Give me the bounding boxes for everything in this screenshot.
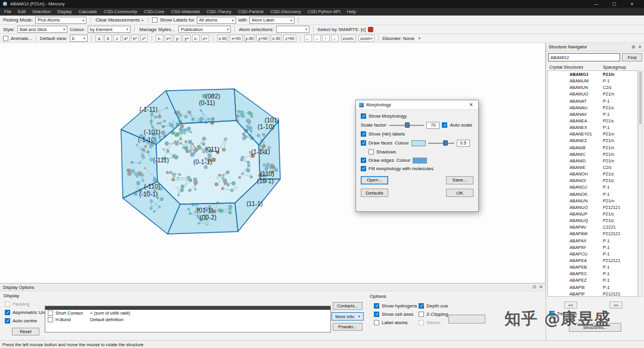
contact-checkbox[interactable] [48, 317, 53, 322]
structure-row[interactable]: ABANAVP-1 [548, 111, 637, 118]
show-hkl-checkbox[interactable] [361, 131, 366, 137]
spacegroup-column-header[interactable]: Spacegroup [603, 64, 626, 70]
structure-row[interactable]: ABANOJP-1 [548, 184, 637, 190]
label-target-select[interactable]: All atoms▾ [197, 17, 236, 24]
maximize-icon[interactable]: ▢ [605, 2, 623, 7]
structure-row[interactable]: ABANUNP21/n [548, 198, 637, 204]
arrow-button[interactable]: ↑ [322, 35, 330, 42]
packing-checkbox[interactable] [5, 301, 10, 307]
menu-item[interactable]: CSD-Theory [206, 9, 231, 14]
close-panel-icon[interactable]: ✕ [539, 285, 543, 290]
dialog-title-bar[interactable]: Morphology ✕ [356, 100, 478, 110]
axis-view-button[interactable]: a [95, 35, 103, 42]
menu-item[interactable]: Selection [32, 9, 51, 14]
smarts-icon[interactable] [368, 27, 373, 32]
zoom-out-button[interactable]: zoom- [341, 35, 356, 42]
structure-row[interactable]: ABAPAWP212121 [548, 230, 637, 237]
structure-row[interactable]: ABANUQP21/c [548, 217, 637, 224]
powder-button[interactable]: Powder... [333, 323, 363, 331]
faces-colour-swatch[interactable] [411, 140, 426, 146]
structure-row[interactable]: ABANEY01P21/n [548, 131, 637, 137]
menu-item[interactable]: CSD-Community [104, 9, 137, 14]
contact-checkbox[interactable] [48, 310, 53, 316]
structure-row[interactable]: ABANOIP21/c [548, 177, 637, 184]
slider-handle[interactable] [443, 140, 448, 146]
menu-item[interactable]: File [4, 9, 11, 14]
structure-row[interactable]: ABAMUOP21/n [548, 91, 637, 97]
defaults-button[interactable]: Defaults [361, 189, 388, 197]
translate-button[interactable]: x- [156, 35, 163, 42]
dialog-close-icon[interactable]: ✕ [467, 102, 475, 107]
close-icon[interactable]: ✕ [623, 2, 641, 7]
menu-item[interactable]: CSD-Particle [238, 9, 264, 14]
stereo-checkbox[interactable] [419, 320, 424, 325]
colour-select[interactable]: by Element▾ [88, 26, 131, 33]
structure-row[interactable]: ABANUPP21/c [548, 211, 637, 217]
structure-row[interactable]: ABAPEBP-1 [548, 264, 637, 270]
structure-row[interactable]: ABANICP21/n [548, 151, 637, 158]
translate-button[interactable]: y- [174, 35, 181, 42]
rotate-button[interactable]: x-90 [217, 35, 229, 42]
axis-view-button[interactable]: c* [140, 35, 148, 42]
page-next-button[interactable]: >> [609, 301, 623, 309]
close-panel-icon[interactable]: ✕ [638, 45, 642, 50]
rotate-button[interactable]: x+90 [230, 35, 242, 42]
fill-morphology-checkbox[interactable] [361, 166, 366, 171]
axis-view-button[interactable]: a* [122, 35, 130, 42]
clear-measurements-button[interactable]: Clear Measurements▾ [94, 17, 144, 23]
find-button[interactable]: Find [622, 53, 642, 61]
minimize-icon[interactable]: — [587, 2, 605, 7]
structure-row[interactable]: ABANOKP-1 [548, 191, 637, 198]
structure-row[interactable]: ABAPEAP212121 [548, 257, 637, 264]
structure-row[interactable]: ABAMUMP-1 [548, 78, 637, 84]
open-button[interactable]: Open... [361, 176, 388, 184]
translate-button[interactable]: z- [192, 35, 200, 42]
save-button[interactable]: Save... [446, 176, 473, 184]
more-info-button[interactable]: More Info▾ [332, 312, 364, 321]
structure-row[interactable]: ABANEZP21/n [548, 137, 637, 144]
float-panel-icon[interactable]: ⊞ [631, 45, 635, 50]
structure-row[interactable]: ABANOHP21/c [548, 171, 637, 177]
structure-row[interactable]: ABAPCUP-1 [548, 251, 637, 257]
contact-list[interactable]: Short Contact< (sum of vdW radii)H-BondD… [45, 306, 331, 332]
manage-styles-button[interactable]: Manage Styles... [138, 27, 177, 32]
structure-row[interactable]: ABANEAP21/c [548, 118, 637, 124]
structure-row[interactable]: ABAPAXP-1 [548, 238, 637, 244]
structure-row[interactable]: ABAPEZP-1 [548, 277, 637, 284]
depth-cue-checkbox[interactable] [419, 303, 424, 309]
dock-panel-icon[interactable]: ⊡ [532, 285, 536, 290]
structure-row[interactable]: ABAPIEP-1 [548, 284, 637, 291]
style-preset-select[interactable]: Publication▾ [178, 26, 231, 33]
edges-colour-swatch[interactable] [413, 158, 427, 164]
contact-row[interactable]: H-BondDefault definition [45, 316, 330, 323]
structure-search-input[interactable]: ABAMOJ [548, 53, 620, 61]
auto-scale-checkbox[interactable] [442, 122, 447, 128]
translate-button[interactable]: x+ [165, 35, 173, 42]
ok-button[interactable]: OK [446, 189, 473, 197]
structure-row[interactable]: ABAPECP-1 [548, 270, 637, 277]
rotate-button[interactable]: z+90 [283, 35, 296, 42]
scale-factor-input[interactable]: 70 [426, 122, 439, 129]
z-clipping-checkbox[interactable] [419, 312, 424, 317]
structure-row[interactable]: ABAPAYP-1 [548, 244, 637, 251]
menu-item[interactable]: Calculate [78, 9, 97, 14]
show-hydrogens-checkbox[interactable] [374, 303, 379, 309]
name-column-header[interactable]: Crystal Structures [549, 64, 603, 70]
options-extra-button[interactable] [448, 315, 485, 324]
structure-list[interactable]: ABAMOJP21/nABAMUMP-1ABAMUNC2/cABAMUOP21/… [547, 70, 638, 297]
rotate-button[interactable]: z-90 [271, 35, 283, 42]
structure-row[interactable]: ABANIDP21/n [548, 158, 637, 164]
structure-row[interactable]: ABANATP-1 [548, 98, 637, 104]
rotate-button[interactable]: y+90 [256, 35, 269, 42]
asymmetric-unit-checkbox[interactable] [5, 310, 10, 315]
rotate-button[interactable]: y-90 [244, 35, 256, 42]
auto-centre-checkbox[interactable] [5, 318, 10, 324]
structure-row[interactable]: ABAPAVC2221 [548, 224, 637, 230]
contact-row[interactable]: Short Contact< (sum of vdW radii) [45, 310, 330, 316]
animate-checkbox[interactable] [3, 36, 8, 41]
axis-view-button[interactable]: c [113, 35, 121, 42]
structure-row[interactable]: ABANAUP21/c [548, 104, 637, 111]
shadows-checkbox[interactable] [369, 149, 374, 155]
label-atoms-checkbox[interactable] [374, 320, 379, 325]
show-labels-checkbox[interactable] [152, 17, 157, 23]
